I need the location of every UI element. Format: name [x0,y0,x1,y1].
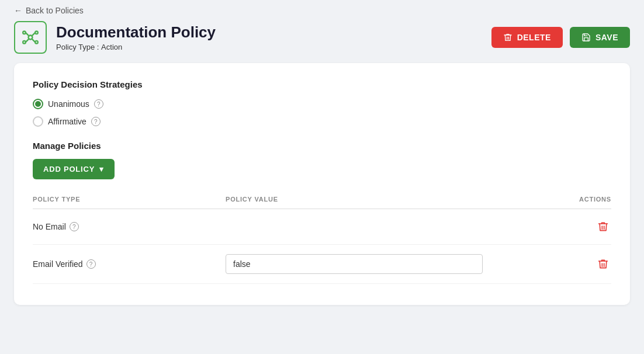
strategies-section-title: Policy Decision Strategies [33,79,611,89]
header-actions: DELETE SAVE [491,27,630,48]
affirmative-radio-label: Affirmative [48,117,86,126]
svg-line-6 [32,33,35,36]
row1-help-icon[interactable]: ? [70,222,79,231]
header-left: Documentation Policy Policy Type : Actio… [14,21,216,54]
row1-policy-type: No Email ? [33,222,226,231]
unanimous-radio-label: Unanimous [48,99,89,109]
delete-label: DELETE [517,33,551,42]
affirmative-radio-item[interactable]: Affirmative ? [33,116,611,127]
main-card: Policy Decision Strategies Unanimous ? A… [14,63,630,305]
col-header-actions: ACTIONS [515,196,611,203]
row2-policy-type: Email Verified ? [33,259,226,269]
row2-policy-value [226,254,515,274]
affirmative-radio-input[interactable] [33,116,43,127]
svg-line-5 [26,33,29,36]
policy-type-label: Policy Type : Action [56,43,216,51]
add-policy-button[interactable]: ADD POLICY ▾ [33,159,115,179]
top-nav: ← Back to Policies [0,0,644,21]
row1-delete-icon [597,221,609,232]
affirmative-help-icon[interactable]: ? [91,117,101,126]
save-icon [581,33,591,42]
table-header: POLICY TYPE POLICY VALUE ACTIONS [33,196,611,209]
back-to-policies-link[interactable]: ← Back to Policies [14,6,84,15]
row2-policy-type-label: Email Verified [33,259,83,269]
col-header-policy-value: POLICY VALUE [226,196,515,203]
unanimous-radio-inner [35,101,41,107]
row2-policy-value-input[interactable] [226,254,483,274]
add-policy-label: ADD POLICY [43,165,95,173]
save-button[interactable]: SAVE [570,27,630,48]
manage-policies-title: Manage Policies [33,141,611,151]
row2-help-icon[interactable]: ? [86,259,96,269]
page-title: Documentation Policy [56,23,216,41]
page-header: Documentation Policy Policy Type : Actio… [0,21,644,63]
table-row: Email Verified ? [33,245,611,284]
strategies-radio-group: Unanimous ? Affirmative ? [33,99,611,127]
table-row: No Email ? [33,209,611,245]
policy-title-block: Documentation Policy Policy Type : Actio… [56,23,216,51]
policy-icon [14,21,47,54]
row1-delete-button[interactable] [595,218,611,235]
back-link-label: Back to Policies [26,6,84,15]
add-policy-chevron-icon: ▾ [99,165,104,173]
svg-line-7 [26,39,29,42]
col-header-policy-type: POLICY TYPE [33,196,226,203]
delete-button[interactable]: DELETE [491,27,563,48]
network-icon [22,29,39,46]
policies-table: POLICY TYPE POLICY VALUE ACTIONS No Emai… [33,196,611,284]
unanimous-radio-input[interactable] [33,99,43,109]
back-arrow-icon: ← [14,6,22,15]
save-label: SAVE [595,33,618,42]
row2-delete-icon [597,258,609,270]
policy-type-value: Action [101,43,122,51]
delete-icon [503,33,513,42]
unanimous-help-icon[interactable]: ? [94,99,103,109]
unanimous-radio-item[interactable]: Unanimous ? [33,99,611,109]
svg-line-8 [32,39,35,42]
row1-policy-type-label: No Email [33,222,66,231]
row2-delete-button[interactable] [595,256,611,272]
row1-actions [515,218,611,235]
row2-actions [515,256,611,272]
